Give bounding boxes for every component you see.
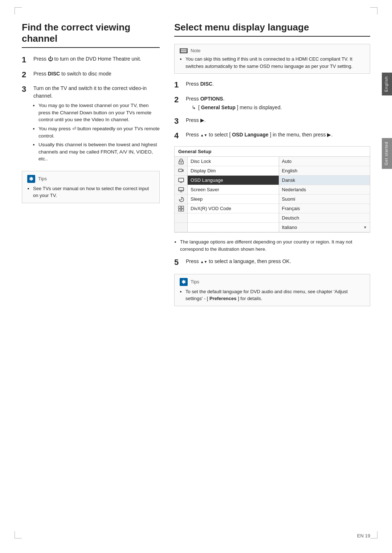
- note-list: You can skip this setting if this unit i…: [185, 56, 365, 70]
- svg-rect-4: [179, 188, 184, 191]
- left-step-2: 2 Press DISC to switch to disc mode: [22, 70, 160, 79]
- right-step-2-content: Press OPTIONS. ↳ [ General Setup ] menu …: [186, 95, 370, 111]
- svg-point-1: [180, 162, 181, 163]
- step-3-bullet-3: Usually this channel is between the lowe…: [38, 141, 160, 163]
- label-sleep: Sleep: [188, 194, 279, 204]
- step-1-content: Press to turn on the DVD Home Theatre un…: [33, 55, 160, 63]
- left-column: Find the correct viewing channel 1 Press…: [22, 22, 160, 306]
- svg-rect-7: [179, 209, 181, 211]
- note-header: Note: [180, 48, 365, 53]
- left-tips-list: See TVs user manual on how to select the…: [33, 185, 154, 199]
- label-empty-1: [188, 213, 279, 223]
- svg-rect-8: [181, 206, 184, 208]
- step-number-3: 3: [22, 85, 30, 94]
- right-step-1: 1 Press DISC.: [174, 80, 370, 90]
- right-tips-header: ✱ Tips: [180, 278, 365, 286]
- label-screen-saver: Screen Saver: [188, 185, 279, 194]
- sleep-icon: [178, 196, 184, 202]
- setup-table-wrapper: General Setup: [174, 146, 370, 233]
- table-note: The language options are different depen…: [180, 238, 370, 253]
- icon-display-dim: [175, 166, 187, 176]
- step-number-2: 2: [22, 70, 30, 79]
- icon-empty-2: [175, 223, 187, 232]
- table-note-item: The language options are different depen…: [180, 238, 370, 253]
- general-setup-note: [ General Setup ] menu is displayed.: [198, 104, 282, 111]
- note-icon: [180, 48, 188, 53]
- right-tips-item-1: To set the default language for DVD audi…: [185, 288, 365, 302]
- svg-rect-2: [179, 169, 182, 172]
- page-footer: EN 19: [357, 533, 370, 538]
- left-tips-box: ✱ Tips See TVs user manual on how to sel…: [22, 171, 160, 203]
- right-step-number-2: 2: [174, 95, 182, 105]
- label-disc-lock: Disc Lock: [188, 157, 279, 166]
- setup-table: Disc Lock Display Dim OSD Language Scree…: [175, 157, 370, 232]
- setup-table-icons: [175, 157, 188, 232]
- right-step-3: 3 Press .: [174, 116, 370, 126]
- right-step-3-content: Press .: [186, 116, 370, 124]
- step-3-content: Turn on the TV and switch it to the corr…: [33, 85, 160, 164]
- note-item-1: You can skip this setting if this unit i…: [185, 56, 365, 70]
- right-tips-box: ✱ Tips To set the default language for D…: [174, 274, 370, 306]
- setup-table-values-col: Auto English Dansk Nederlands Suomi Fran…: [279, 157, 370, 232]
- value-english: English: [279, 166, 370, 176]
- left-step-1: 1 Press to turn on the DVD Home Theatre …: [22, 55, 160, 65]
- left-tips-label: Tips: [38, 176, 47, 181]
- right-step-2: 2 Press OPTIONS. ↳ [ General Setup ] men…: [174, 95, 370, 111]
- value-auto: Auto: [279, 157, 370, 166]
- icon-osd-language: [175, 176, 187, 185]
- label-osd-language: OSD Language: [188, 176, 279, 185]
- value-francais: Français: [279, 204, 370, 213]
- value-nederlands: Nederlands: [279, 185, 370, 194]
- note-label: Note: [191, 48, 200, 53]
- osd-icon: [178, 177, 184, 184]
- left-step-3: 3 Turn on the TV and switch it to the co…: [22, 85, 160, 164]
- setup-table-title: General Setup: [178, 149, 212, 154]
- value-deutsch: Deutsch: [279, 213, 370, 223]
- tips-icon-right: ✱: [180, 278, 188, 286]
- setup-table-header: General Setup: [175, 147, 370, 157]
- right-step-number-1: 1: [174, 80, 182, 90]
- right-step-5: 5 Press to select a language, then press…: [174, 258, 370, 267]
- display-icon: [178, 168, 184, 174]
- divx-icon: [178, 205, 184, 212]
- right-step-number-4: 4: [174, 131, 182, 140]
- right-step-number-3: 3: [174, 116, 182, 126]
- tips-icon-left: ✱: [27, 175, 35, 183]
- right-step-4: 4 Press to select [ OSD Language ] in th…: [174, 131, 370, 140]
- step-3-bullets: You may go to the lowest channel on your…: [38, 102, 160, 163]
- setup-table-labels-col: Disc Lock Display Dim OSD Language Scree…: [188, 157, 279, 232]
- value-suomi: Suomi: [279, 194, 370, 204]
- note-box: Note You can skip this setting if this u…: [174, 44, 370, 74]
- svg-rect-3: [179, 178, 184, 182]
- right-step-1-content: Press DISC.: [186, 80, 370, 88]
- right-tips-label: Tips: [191, 279, 199, 284]
- right-step-number-5: 5: [174, 258, 182, 267]
- icon-empty-1: [175, 213, 187, 223]
- label-display-dim: Display Dim: [188, 166, 279, 176]
- value-italiano: Italiano ▼: [279, 223, 370, 232]
- step-3-bullet-2: You may press ⏎ button repeatedly on you…: [38, 125, 160, 139]
- label-divx: DivX(R) VOD Code: [188, 204, 279, 213]
- icon-screen-saver: [175, 185, 187, 194]
- lock-icon: [178, 158, 184, 165]
- label-empty-2: [188, 223, 279, 232]
- right-step-4-content: Press to select [ OSD Language ] in the …: [186, 131, 370, 139]
- left-tips-header: ✱ Tips: [27, 175, 154, 183]
- left-tips-item-1: See TVs user manual on how to select the…: [33, 185, 154, 199]
- svg-rect-6: [179, 206, 181, 208]
- monitor-icon: [178, 187, 184, 193]
- value-dansk: Dansk: [279, 176, 370, 185]
- icon-disc-lock: [175, 157, 187, 166]
- svg-rect-9: [181, 209, 184, 211]
- right-column: Select menu display language Note You ca…: [174, 22, 370, 306]
- icon-divx: [175, 204, 187, 213]
- arrow-symbol: ↳: [192, 104, 196, 111]
- step-number-1: 1: [22, 55, 30, 65]
- arrow-indent-2: ↳ [ General Setup ] menu is displayed.: [192, 104, 370, 111]
- left-section-title: Find the correct viewing channel: [22, 22, 160, 48]
- step-3-bullet-1: You may go to the lowest channel on your…: [38, 102, 160, 123]
- icon-sleep: [175, 194, 187, 204]
- right-tips-list: To set the default language for DVD audi…: [185, 288, 365, 302]
- right-step-5-content: Press to select a language, then press O…: [186, 258, 370, 265]
- scroll-down-arrow: ▼: [363, 225, 367, 229]
